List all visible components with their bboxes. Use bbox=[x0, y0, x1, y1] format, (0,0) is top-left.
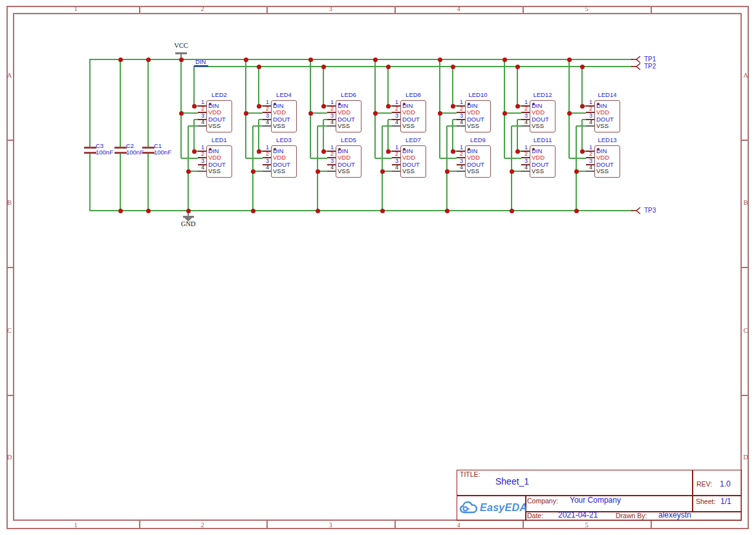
date-value[interactable]: 2021-04-21 bbox=[558, 511, 598, 519]
wire-segment[interactable] bbox=[504, 158, 521, 159]
company-value[interactable]: Your Company bbox=[570, 496, 621, 505]
wire-vss-drop[interactable] bbox=[382, 126, 383, 211]
wire-dout-chain[interactable] bbox=[193, 120, 195, 151]
wire-cap-top[interactable] bbox=[89, 59, 91, 147]
wire-segment[interactable] bbox=[569, 158, 586, 159]
testpoint-flag[interactable] bbox=[631, 206, 643, 215]
led-ref[interactable]: LED4 bbox=[258, 92, 310, 98]
wire-segment[interactable] bbox=[246, 158, 263, 159]
testpoint-label[interactable]: TP3 bbox=[644, 207, 656, 214]
wire-cap-top[interactable] bbox=[147, 59, 149, 147]
wire-segment[interactable] bbox=[382, 125, 392, 127]
wire-segment[interactable] bbox=[375, 112, 392, 114]
capacitor-value[interactable]: 100nF bbox=[154, 149, 171, 156]
wire-vdd-drop[interactable] bbox=[504, 59, 505, 158]
wire-segment[interactable] bbox=[440, 112, 457, 114]
wire-vcc-rail[interactable] bbox=[89, 59, 633, 60]
pin-number: 1 bbox=[262, 145, 269, 151]
wire-segment[interactable] bbox=[569, 112, 586, 114]
pin-number: 4 bbox=[262, 165, 269, 171]
wire-vss-drop[interactable] bbox=[252, 126, 254, 211]
wire-segment[interactable] bbox=[512, 125, 521, 127]
pin-number: 3 bbox=[391, 158, 398, 164]
net-label-din[interactable]: DIN bbox=[195, 59, 206, 65]
wire-dout-chain[interactable] bbox=[323, 120, 324, 151]
led-ref[interactable]: LED2 bbox=[193, 92, 245, 98]
wire-vdd-drop[interactable] bbox=[180, 59, 182, 158]
wire-cap-top[interactable] bbox=[120, 59, 121, 147]
led-ref[interactable]: LED11 bbox=[517, 137, 568, 143]
wire-din-drop[interactable] bbox=[323, 67, 324, 106]
wire-vdd-drop[interactable] bbox=[439, 59, 440, 158]
wire-vdd-drop[interactable] bbox=[310, 59, 311, 158]
wire-segment[interactable] bbox=[310, 112, 327, 114]
wire-vdd-drop[interactable] bbox=[568, 59, 570, 158]
capacitor-value[interactable]: 100nF bbox=[96, 149, 113, 156]
led-ref[interactable]: LED8 bbox=[387, 92, 439, 98]
wire-cap-bottom[interactable] bbox=[147, 154, 149, 211]
sheet-value[interactable]: 1/1 bbox=[720, 498, 731, 506]
led-ref[interactable]: LED7 bbox=[387, 137, 439, 143]
wire-cap-bottom[interactable] bbox=[89, 154, 91, 211]
wire-gnd-rail[interactable] bbox=[89, 210, 633, 211]
wire-dout-chain[interactable] bbox=[387, 120, 389, 151]
wire-vss-drop[interactable] bbox=[446, 126, 448, 211]
led-ref[interactable]: LED6 bbox=[323, 92, 374, 98]
drawn-by-value[interactable]: alexeystn bbox=[658, 511, 691, 519]
wire-segment[interactable] bbox=[440, 158, 457, 159]
schematic-canvas[interactable]: TITLE: Sheet_1 REV: 1.0 Company: Your Co… bbox=[0, 0, 756, 535]
wire-segment[interactable] bbox=[246, 112, 263, 114]
wire-vss-drop[interactable] bbox=[511, 126, 512, 211]
wire-din-drop[interactable] bbox=[581, 67, 583, 106]
testpoint-label[interactable]: TP2 bbox=[644, 63, 656, 70]
wire-dout-chain[interactable] bbox=[452, 120, 453, 151]
gnd-flag-label[interactable]: GND bbox=[174, 220, 202, 228]
wire-din-drop[interactable] bbox=[387, 67, 389, 106]
led-ref[interactable]: LED9 bbox=[452, 137, 504, 143]
wire-cap-bottom[interactable] bbox=[120, 154, 121, 211]
wire-segment[interactable] bbox=[375, 158, 392, 159]
led-ref[interactable]: LED5 bbox=[323, 137, 374, 143]
frame-tick bbox=[651, 6, 652, 13]
wire-segment[interactable] bbox=[447, 125, 457, 127]
wire-vss-drop[interactable] bbox=[188, 126, 189, 211]
wire-segment[interactable] bbox=[310, 158, 327, 159]
wire-segment[interactable] bbox=[181, 112, 198, 114]
wire-din-drop[interactable] bbox=[452, 67, 453, 106]
wire-din-drop[interactable] bbox=[258, 67, 259, 106]
led-ref[interactable]: LED10 bbox=[452, 92, 504, 98]
wire-segment[interactable] bbox=[318, 125, 327, 127]
date-label: Date: bbox=[527, 512, 543, 520]
pin-number: 2 bbox=[262, 106, 269, 112]
pin-line bbox=[457, 125, 465, 127]
testpoint-flag[interactable] bbox=[631, 62, 643, 71]
frame-tick bbox=[742, 395, 749, 396]
wire-dout-chain[interactable] bbox=[517, 120, 518, 151]
wire-segment[interactable] bbox=[181, 158, 198, 159]
rev-value[interactable]: 1.0 bbox=[720, 480, 731, 488]
wire-segment[interactable] bbox=[576, 125, 586, 127]
wire-segment[interactable] bbox=[253, 125, 263, 127]
wire-din-drop[interactable] bbox=[193, 67, 195, 106]
wire-dout-chain[interactable] bbox=[258, 120, 259, 151]
wire-vss-drop[interactable] bbox=[317, 126, 318, 211]
wire-dout-chain[interactable] bbox=[581, 120, 583, 151]
wire-vdd-drop[interactable] bbox=[245, 59, 246, 158]
testpoint-label[interactable]: TP1 bbox=[644, 56, 656, 63]
wire-segment[interactable] bbox=[188, 125, 198, 127]
wire-din-drop[interactable] bbox=[517, 67, 518, 106]
wire-segment[interactable] bbox=[504, 112, 521, 114]
led-ref[interactable]: LED13 bbox=[581, 137, 633, 143]
capacitor-value[interactable]: 100nF bbox=[126, 149, 144, 156]
led-ref[interactable]: LED1 bbox=[193, 137, 245, 143]
pin-line bbox=[586, 171, 594, 172]
led-ref[interactable]: LED12 bbox=[517, 92, 568, 98]
wire-vdd-drop[interactable] bbox=[374, 59, 376, 158]
wire-vss-drop[interactable] bbox=[576, 126, 577, 211]
led-ref[interactable]: LED14 bbox=[581, 92, 633, 98]
led-ref[interactable]: LED3 bbox=[258, 137, 310, 143]
sheet-title[interactable]: Sheet_1 bbox=[495, 477, 529, 487]
vcc-flag-label[interactable]: VCC bbox=[167, 42, 195, 50]
junction-dot bbox=[321, 65, 326, 69]
frame-tick bbox=[742, 140, 749, 141]
